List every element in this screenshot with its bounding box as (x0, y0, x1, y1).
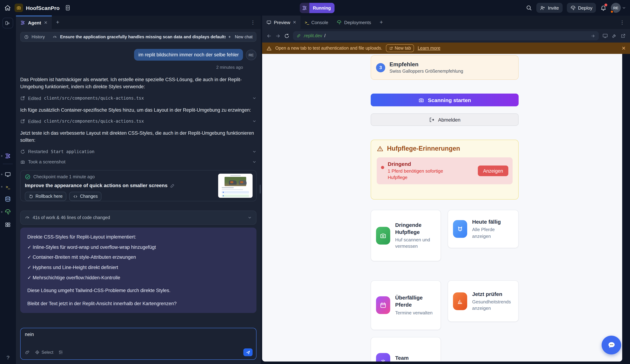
rail-agent-icon[interactable] (4, 152, 11, 159)
person-plus-icon (540, 5, 546, 10)
close-banner-icon[interactable]: ✕ (622, 45, 626, 51)
quick-action-subtitle: Gesundheitstrends anzeigen (472, 299, 510, 312)
chat-bubble-icon (607, 341, 616, 350)
account-menu[interactable]: RE (611, 3, 626, 13)
devtools-monitor-icon[interactable] (602, 33, 608, 39)
kebab-menu-icon[interactable]: ⋮ (246, 15, 261, 29)
new-chat-button[interactable]: + New chat (228, 34, 252, 39)
start-scanning-button[interactable]: Scanning starten (371, 94, 518, 106)
pencil-icon[interactable] (170, 183, 175, 188)
new-tab-button[interactable]: + (52, 15, 64, 29)
edited-file-row[interactable]: Edited client/src/components/quick-actio… (20, 95, 256, 101)
divider (3, 164, 13, 164)
new-tab-button[interactable]: New tab (386, 44, 414, 52)
notifications-bell-icon[interactable] (600, 4, 606, 11)
run-status[interactable]: Running (300, 3, 334, 13)
history-clock-icon (24, 34, 29, 39)
project-camera-icon (14, 3, 23, 12)
logout-button[interactable]: Abmelden (371, 113, 518, 126)
project-badge[interactable]: HoofScanPro (14, 3, 60, 12)
chat-fab-button[interactable] (602, 336, 621, 355)
rail-database-icon[interactable] (4, 196, 11, 203)
edit-file-icon (20, 119, 25, 124)
chat-input[interactable]: nein Select (20, 328, 256, 360)
kebab-menu-icon[interactable]: ⋮ (615, 15, 630, 29)
chevron-down-icon[interactable] (252, 160, 256, 164)
quick-action-subtitle: Alle Pferde anzeigen (472, 227, 510, 240)
search-icon[interactable] (526, 4, 532, 11)
step-subtitle: Swiss Galloppers Größenempfehlung (390, 69, 463, 74)
changes-button[interactable]: Changes (69, 192, 102, 201)
gear-icon (376, 353, 390, 362)
tab-console[interactable]: >_ Console (301, 15, 332, 29)
close-tab-icon[interactable]: ✕ (44, 20, 48, 25)
summary-check-item: ✓ Container-Breiten mit style-Attributen… (27, 254, 250, 261)
quick-action-title: Dringende Hufpflege (395, 221, 434, 236)
preview-tabstrip: Preview ✕ >_ Console Deployments + ⋮ (262, 15, 630, 29)
rail-preview-icon[interactable] (4, 171, 11, 178)
check-circle-icon (25, 174, 30, 180)
quick-action-title: Jetzt prüfen (472, 291, 510, 298)
show-urgent-button[interactable]: Anzeigen (478, 166, 508, 176)
forward-icon[interactable] (275, 33, 280, 38)
chevron-down-icon[interactable] (248, 216, 252, 220)
edited-file-row[interactable]: Edited client/src/components/quick-actio… (20, 119, 256, 124)
code-icon (73, 194, 78, 199)
urgent-reminder: Dringend 1 Pferd benötigen sofortige Huf… (377, 157, 512, 184)
select-element-tool[interactable]: Select (35, 350, 54, 355)
home-icon[interactable] (4, 4, 11, 11)
tab-deployments[interactable]: Deployments (332, 15, 376, 29)
quick-action-card[interactable]: Überfällige PferdeTermine verwalten (371, 280, 441, 330)
close-tab-icon[interactable]: ✕ (293, 20, 296, 25)
restarted-row[interactable]: Restarted Start application (20, 149, 256, 154)
running-badge: Running (309, 3, 334, 13)
open-external-icon[interactable] (620, 33, 626, 38)
chevron-down-icon[interactable] (252, 119, 256, 123)
collapse-sidebar-button[interactable] (2, 18, 13, 28)
rail-deployments-icon[interactable] (4, 208, 11, 216)
quick-action-card[interactable]: TeamTeammitglieder (371, 337, 441, 362)
chevron-down-icon[interactable] (252, 150, 256, 154)
chat-input-value[interactable]: nein (25, 332, 252, 337)
attach-file-icon[interactable] (25, 350, 30, 355)
quick-action-card[interactable]: Heute fälligAlle Pferde anzeigen (448, 210, 518, 248)
summary-intro: Direkte CSS-Styles für Replit-Layout imp… (27, 234, 250, 241)
learn-more-link[interactable]: Learn more (418, 46, 440, 51)
help-icon[interactable]: ? (0, 355, 16, 361)
url-bar[interactable]: .replit.dev / (293, 31, 599, 40)
send-button[interactable] (243, 349, 252, 356)
back-icon[interactable] (266, 33, 272, 38)
refresh-icon[interactable] (284, 33, 290, 38)
agent-summary-card: Direkte CSS-Styles für Replit-Layout imp… (20, 228, 256, 313)
history-bar[interactable]: History Ensure the application gracefull… (20, 32, 256, 42)
history-label: History (32, 34, 45, 39)
deploy-button[interactable]: Deploy (567, 3, 596, 13)
scrollbar-thumb[interactable] (260, 185, 261, 194)
chevron-down-icon[interactable] (252, 96, 256, 100)
invite-button[interactable]: Invite (536, 3, 562, 13)
app-webview: 3 Empfehlen Swiss Galloppers Größenempfe… (262, 54, 622, 362)
file-cabinet-icon[interactable] (64, 4, 71, 11)
quick-action-card[interactable]: Jetzt prüfenGesundheitstrends anzeigen (448, 280, 518, 322)
user-avatar: RE (246, 50, 256, 60)
go-arrow-icon[interactable] (590, 33, 595, 38)
agent-tabstrip: Agent ✕ + ⋮ (16, 15, 261, 29)
agent-logo-icon (20, 20, 25, 25)
quick-action-card[interactable]: Dringende HufpflegeHuf scannen und verme… (371, 210, 441, 261)
warning-icon (377, 145, 384, 152)
reminders-title: Hufpflege-Erinnerungen (387, 145, 460, 152)
checkpoint-thumbnail[interactable] (218, 174, 252, 198)
work-summary-bar[interactable]: 41s of work & 46 lines of code changed (20, 211, 256, 225)
rail-console-icon[interactable]: >_ (4, 183, 11, 190)
rail-apps-grid-icon[interactable] (4, 221, 11, 228)
agent-panel: Agent ✕ + ⋮ History Ensure the applicati… (16, 15, 261, 364)
wrench-icon[interactable] (612, 33, 617, 38)
summary-check-item: ✓ Inline-Styles für word-wrap und overfl… (27, 244, 250, 251)
settings-sliders-icon[interactable] (58, 350, 63, 355)
tab-agent[interactable]: Agent ✕ (16, 15, 52, 29)
history-current-title: Ensure the application gracefully handle… (60, 34, 226, 39)
tab-preview[interactable]: Preview ✕ (262, 15, 301, 29)
screenshot-row[interactable]: Took a screenshot (20, 159, 256, 165)
new-tab-button[interactable]: + (375, 15, 387, 29)
rollback-button[interactable]: Rollback here (25, 192, 66, 201)
